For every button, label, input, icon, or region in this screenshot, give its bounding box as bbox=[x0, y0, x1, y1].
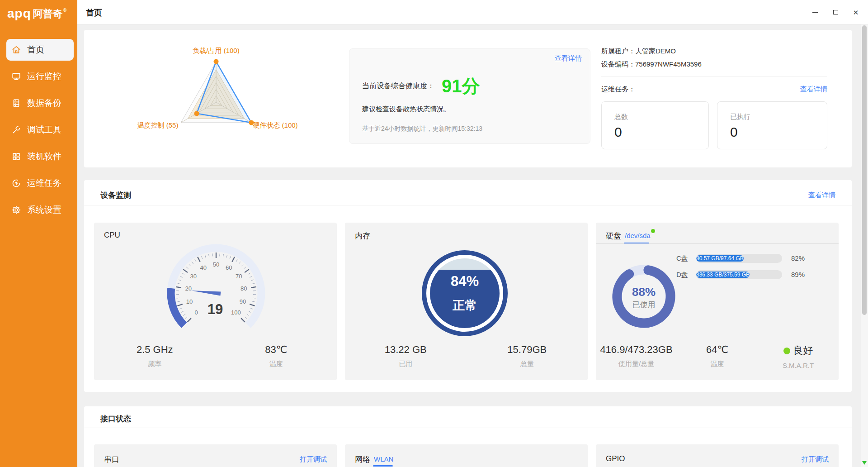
disk-percent-label: 已使用 bbox=[605, 300, 682, 310]
sidebar-item-software[interactable]: 装机软件 bbox=[6, 146, 74, 167]
memory-total-value: 15.79GB bbox=[467, 344, 588, 356]
sidebar-item-label: 装机软件 bbox=[27, 151, 61, 162]
memory-used-label: 已用 bbox=[345, 360, 467, 368]
gpio-panel: GPIO 打开调试 bbox=[596, 444, 839, 467]
memory-total-stat: 15.79GB 总量 bbox=[467, 344, 588, 368]
disk-device-tab[interactable]: /dev/sda bbox=[625, 232, 651, 239]
disk-usage-label: 使用量/总量 bbox=[596, 360, 677, 368]
cpu-panel: CPU 010203040506070809010019 2.5 GHz 频率 … bbox=[94, 223, 337, 380]
window-controls: ✕ bbox=[811, 0, 860, 24]
partition-c-bar-fill: 80.57 GB/97.64 GB bbox=[696, 255, 744, 262]
health-score-value: 91分 bbox=[442, 74, 480, 99]
main-content: 负载/占用 (100) 温度控制 (55) 硬件状态 (100) 查看详情 当前… bbox=[77, 24, 868, 467]
interface-status-card: 接口状态 串口 打开调试 网络 WLAN GPIO 打开调试 bbox=[84, 406, 852, 467]
serial-port-title: 串口 bbox=[104, 454, 119, 465]
cpu-temperature-stat: 83℃ 温度 bbox=[216, 344, 337, 368]
memory-status-value: 正常 bbox=[453, 297, 477, 314]
topbar: 首页 ✕ bbox=[77, 0, 868, 24]
health-score-row: 当前设备综合健康度： 91分 bbox=[362, 74, 480, 98]
sidebar-item-label: 系统设置 bbox=[27, 204, 61, 216]
svg-text:10: 10 bbox=[186, 298, 193, 305]
close-button[interactable]: ✕ bbox=[852, 8, 860, 16]
sidebar-item-monitoring[interactable]: 运行监控 bbox=[6, 66, 74, 87]
ops-task-label: 运维任务： bbox=[601, 85, 635, 94]
sidebar-item-debug-tools[interactable]: 调试工具 bbox=[6, 119, 74, 141]
sidebar-item-backup[interactable]: 数据备份 bbox=[6, 92, 74, 114]
cpu-temperature-value: 83℃ bbox=[216, 344, 337, 356]
sidebar-item-home[interactable]: 首页 bbox=[6, 39, 74, 61]
vertical-scrollbar[interactable] bbox=[861, 24, 868, 467]
logo-registered-mark: ® bbox=[63, 7, 66, 14]
serial-port-panel: 串口 打开调试 bbox=[94, 444, 337, 467]
task-executed-box: 已执行 0 bbox=[717, 101, 827, 149]
sidebar-item-label: 运维任务 bbox=[27, 177, 61, 189]
radar-axis-label-temperature: 温度控制 (55) bbox=[137, 121, 179, 130]
disk-smart-label: S.M.A.R.T bbox=[758, 362, 839, 369]
health-advice-text: 建议检查设备散热状态情况。 bbox=[362, 105, 450, 114]
gpio-open-debug-link[interactable]: 打开调试 bbox=[802, 455, 829, 464]
cpu-temperature-label: 温度 bbox=[216, 360, 337, 368]
svg-text:60: 60 bbox=[226, 264, 232, 271]
serial-open-debug-link[interactable]: 打开调试 bbox=[300, 455, 327, 464]
health-score-label: 当前设备综合健康度： bbox=[362, 81, 434, 91]
scrollbar-thumb[interactable] bbox=[862, 25, 867, 315]
svg-text:90: 90 bbox=[240, 298, 246, 305]
maximize-button[interactable] bbox=[831, 8, 840, 16]
monitor-view-details-link[interactable]: 查看详情 bbox=[808, 191, 835, 200]
scroll-down-arrow-icon[interactable] bbox=[862, 461, 867, 465]
apps-icon bbox=[11, 152, 21, 162]
task-total-value: 0 bbox=[614, 124, 622, 140]
cpu-frequency-label: 频率 bbox=[94, 360, 216, 368]
network-panel: 网络 WLAN bbox=[345, 444, 588, 467]
memory-panel-title: 内存 bbox=[355, 231, 370, 241]
tenant-info-panel: 所属租户：大管家DEMO 设备编码：756997NWF45M3596 运维任务：… bbox=[601, 43, 827, 152]
sidebar-item-ops-tasks[interactable]: 运维任务 bbox=[6, 172, 74, 194]
sidebar-item-label: 首页 bbox=[27, 44, 44, 56]
health-view-details-link[interactable]: 查看详情 bbox=[555, 54, 582, 63]
memory-stats-row: 13.22 GB 已用 15.79GB 总量 bbox=[345, 344, 588, 368]
svg-text:80: 80 bbox=[241, 285, 247, 292]
disk-percent-value: 88% bbox=[605, 285, 682, 299]
sidebar-item-label: 数据备份 bbox=[27, 97, 61, 109]
memory-liquid-text: 84% 正常 bbox=[430, 258, 500, 328]
svg-text:20: 20 bbox=[185, 285, 192, 292]
memory-liquid-fill: 84% 正常 bbox=[430, 258, 500, 328]
radar-axis-label-hardware: 硬件状态 (100) bbox=[253, 121, 297, 130]
svg-text:100: 100 bbox=[231, 309, 241, 316]
disk-partition-row-d: D盘 336.33 GB/375.59 GB 89% bbox=[596, 270, 839, 279]
sidebar: apq 阿普奇 ® 首页 运行监控 数据备份 调试工具 bbox=[0, 0, 77, 467]
monitor-divider bbox=[84, 205, 852, 205]
smart-status-text: 良好 bbox=[793, 345, 813, 356]
tenant-owner-line: 所属租户：大管家DEMO bbox=[601, 47, 676, 56]
disk-smart-stat: 良好 S.M.A.R.T bbox=[758, 344, 839, 369]
interfaces-divider bbox=[84, 428, 852, 428]
disk-status-dot bbox=[651, 229, 655, 233]
sidebar-item-settings[interactable]: 系统设置 bbox=[6, 199, 74, 221]
minimize-button[interactable] bbox=[811, 8, 819, 16]
svg-text:0: 0 bbox=[195, 309, 198, 316]
network-wlan-tab[interactable]: WLAN bbox=[374, 455, 393, 463]
partition-d-bar-track: 336.33 GB/375.59 GB bbox=[696, 270, 782, 279]
cpu-stats-row: 2.5 GHz 频率 83℃ 温度 bbox=[94, 344, 337, 368]
cpu-gauge-chart: 010203040506070809010019 bbox=[148, 238, 284, 347]
ops-task-view-details-link[interactable]: 查看详情 bbox=[800, 85, 827, 94]
interfaces-section-title: 接口状态 bbox=[100, 414, 131, 424]
radar-axis-label-load: 负载/占用 (100) bbox=[193, 47, 239, 55]
monitor-icon bbox=[11, 71, 21, 81]
gear-icon bbox=[11, 205, 21, 215]
gpio-title: GPIO bbox=[606, 454, 625, 463]
logo-mark: apq bbox=[7, 7, 31, 20]
wrench-icon bbox=[11, 125, 21, 135]
disk-smart-value: 良好 bbox=[758, 344, 839, 357]
health-summary-panel: 查看详情 当前设备综合健康度： 91分 建议检查设备散热状态情况。 基于近24小… bbox=[349, 48, 590, 144]
disk-stats-row: 416.9/473.23GB 使用量/总量 64℃ 温度 良好 S.M.A.R.… bbox=[596, 344, 839, 369]
minimize-icon bbox=[812, 12, 818, 13]
sidebar-menu: 首页 运行监控 数据备份 调试工具 装机软件 bbox=[0, 39, 77, 221]
memory-used-value: 13.22 GB bbox=[345, 344, 467, 356]
tenant-divider bbox=[601, 76, 827, 76]
sidebar-item-label: 调试工具 bbox=[27, 124, 61, 136]
svg-text:30: 30 bbox=[190, 273, 197, 280]
svg-text:19: 19 bbox=[208, 301, 223, 317]
partition-d-bar-fill: 336.33 GB/375.59 GB bbox=[696, 272, 750, 278]
memory-total-label: 总量 bbox=[467, 360, 588, 368]
